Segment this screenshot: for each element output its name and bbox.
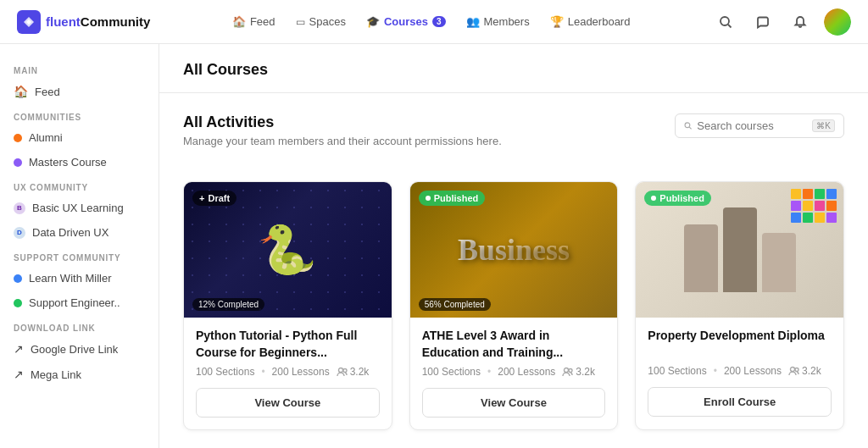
svg-line-1 (728, 25, 732, 28)
sidebar: MAIN 🏠 Feed COMMUNITIES Alumni Masters C… (0, 44, 159, 448)
course-body-athe: ATHE Level 3 Award in Education and Trai… (410, 318, 618, 429)
nav-leaderboard[interactable]: 🏆 Leaderboard (542, 10, 639, 33)
topbar: fluentCommunity 🏠 Feed ▭ Spaces 🎓 Course… (0, 0, 868, 44)
avatar[interactable] (824, 8, 851, 36)
course-card-python: 🐍 + Draft 12% Completed Python Tutorial … (183, 181, 392, 430)
section-title: All Activities (183, 113, 502, 131)
search-button[interactable] (712, 8, 739, 36)
sticky-3 (815, 189, 825, 199)
masters-dot (14, 158, 22, 167)
person-1 (684, 224, 718, 292)
course-meta-property: 100 Sections • 200 Lessons 3.2k (648, 365, 832, 377)
course-title-property: Property Development Diploma (648, 328, 832, 360)
svg-point-0 (721, 17, 729, 25)
course-thumb-property: Published (636, 182, 843, 318)
meta-divider: • (261, 366, 264, 378)
section-info: All Activities Manage your team members … (183, 113, 502, 164)
sticky-2 (803, 189, 813, 199)
sticky-4 (826, 189, 837, 199)
sticky-9 (791, 213, 801, 223)
content-area: All Activities Manage your team members … (159, 93, 868, 448)
app-container: fluentCommunity 🏠 Feed ▭ Spaces 🎓 Course… (0, 0, 868, 448)
meta-divider-3: • (714, 365, 717, 377)
sidebar-item-alumni[interactable]: Alumni (0, 125, 159, 150)
sticky-6 (803, 201, 813, 211)
sticky-7 (815, 201, 825, 211)
notifications-button[interactable] (787, 8, 814, 36)
students-icon-2 (562, 367, 573, 378)
view-course-button-python[interactable]: View Course (196, 388, 380, 418)
sidebar-item-basic-ux[interactable]: B Basic UX Learning (0, 196, 159, 220)
sidebar-item-support-eng[interactable]: Support Engineer.. (0, 290, 159, 315)
support-dot (14, 299, 22, 307)
main-content: All Courses All Activities Manage your t… (159, 44, 868, 448)
page-header: All Courses (159, 44, 868, 93)
course-body-property: Property Development Diploma 100 Section… (636, 318, 843, 429)
link-arrow-icon: ↗ (14, 342, 24, 356)
svg-point-6 (565, 368, 569, 372)
main-nav: 🏠 Feed ▭ Spaces 🎓 Courses 3 👥 Members 🏆 … (224, 10, 639, 33)
svg-point-8 (790, 367, 794, 371)
sidebar-section-communities: COMMUNITIES (0, 104, 159, 125)
sticky-1 (791, 189, 801, 199)
body: MAIN 🏠 Feed COMMUNITIES Alumni Masters C… (0, 44, 868, 448)
svg-point-5 (343, 368, 347, 372)
section-desc: Manage your team members and their accou… (183, 135, 502, 147)
svg-point-4 (338, 368, 342, 372)
search-box[interactable]: ⌘K (675, 113, 844, 138)
sticky-10 (803, 213, 813, 223)
nav-feed[interactable]: 🏠 Feed (224, 10, 284, 33)
chat-button[interactable] (749, 8, 776, 36)
sidebar-item-learn-miller[interactable]: Learn With Miller (0, 266, 159, 290)
svg-point-2 (685, 123, 690, 128)
logo-text: fluentCommunity (46, 14, 150, 29)
course-badge-published-athe: Published (419, 191, 486, 206)
sidebar-item-feed[interactable]: 🏠 Feed (0, 79, 159, 104)
course-thumb-python: 🐍 + Draft 12% Completed (184, 182, 392, 318)
course-title-python: Python Tutorial - Python Full Course for… (196, 328, 380, 361)
sidebar-item-gdrive[interactable]: ↗ Google Drive Link (0, 336, 159, 362)
logo-icon (17, 10, 41, 34)
sidebar-item-masters[interactable]: Masters Course (0, 150, 159, 174)
person-2 (723, 207, 757, 292)
nav-members[interactable]: 👥 Members (458, 10, 538, 33)
svg-point-9 (795, 368, 798, 371)
course-meta-athe: 100 Sections • 200 Lessons 3.2k (422, 366, 606, 378)
sidebar-item-data-ux[interactable]: D Data Driven UX (0, 220, 159, 245)
topbar-actions (712, 8, 851, 36)
published-dot (426, 196, 431, 201)
search-kbd: ⌘K (812, 119, 835, 132)
nav-courses[interactable]: 🎓 Courses 3 (358, 10, 454, 33)
course-thumb-business: Business Published 56% Completed (410, 182, 618, 318)
enroll-course-button-property[interactable]: Enroll Course (648, 387, 832, 417)
sticky-11 (815, 213, 825, 223)
course-badge-draft: + Draft (192, 191, 236, 206)
sidebar-section-main: MAIN (0, 58, 159, 79)
course-title-athe: ATHE Level 3 Award in Education and Trai… (422, 328, 606, 361)
search-input[interactable] (697, 119, 807, 132)
published-dot-2 (651, 196, 656, 201)
page-title: All Courses (183, 61, 844, 79)
course-card-athe: Business Published 56% Completed ATHE Le… (409, 181, 619, 430)
view-course-button-athe[interactable]: View Course (422, 388, 606, 418)
leaderboard-icon: 🏆 (550, 15, 564, 28)
meta-students-2: 3.2k (562, 366, 595, 378)
courses-grid: 🐍 + Draft 12% Completed Python Tutorial … (183, 181, 844, 430)
course-body-python: Python Tutorial - Python Full Course for… (184, 318, 392, 429)
search-icon (684, 120, 692, 131)
sidebar-section-download: DOWNLOAD LINK (0, 315, 159, 336)
svg-point-7 (569, 368, 572, 372)
business-text: Business (458, 232, 570, 268)
meta-students: 3.2k (337, 366, 370, 378)
sidebar-item-mega[interactable]: ↗ Mega Link (0, 362, 159, 387)
courses-icon: 🎓 (366, 15, 380, 28)
course-card-property: Published Property Development Diploma 1… (635, 181, 844, 430)
alumni-dot (14, 134, 22, 142)
nav-spaces[interactable]: ▭ Spaces (287, 10, 354, 33)
person-3 (762, 233, 796, 292)
meta-divider-2: • (487, 366, 491, 378)
sticky-5 (791, 201, 801, 211)
members-icon: 👥 (466, 15, 480, 28)
home-icon: 🏠 (14, 85, 28, 98)
course-meta-python: 100 Sections • 200 Lessons 3.2k (196, 366, 380, 378)
